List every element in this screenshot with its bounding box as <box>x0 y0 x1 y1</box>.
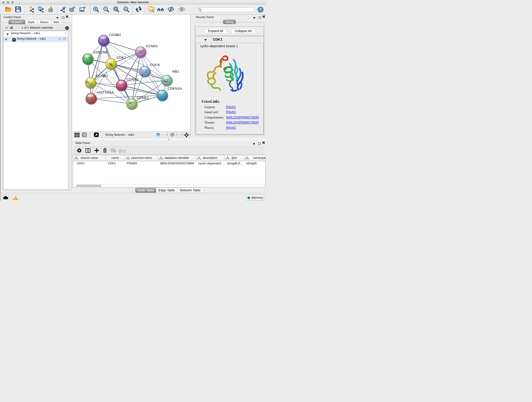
svg-text:CCNB2: CCNB2 <box>109 33 121 37</box>
svg-text:CCNA1: CCNA1 <box>146 44 158 48</box>
svg-text:CDC6: CDC6 <box>150 63 160 67</box>
svg-text:CCNE1: CCNE1 <box>137 96 149 100</box>
svg-text:RB1: RB1 <box>172 70 179 73</box>
svg-text:CCNB1: CCNB1 <box>96 74 108 78</box>
svg-text:HIST1H1A: HIST1H1A <box>97 90 114 94</box>
svg-text:CCNA2: CCNA2 <box>127 77 139 81</box>
svg-text:CDKN1A: CDKN1A <box>167 86 182 90</box>
svg-text:CDC25B: CDC25B <box>94 50 108 54</box>
svg-text:CDK1: CDK1 <box>117 56 126 59</box>
